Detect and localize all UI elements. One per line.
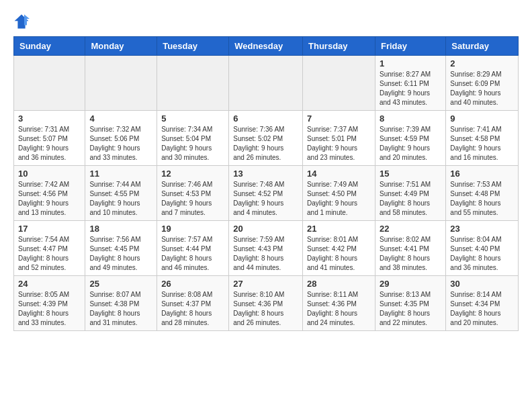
day-number: 6 [233,113,298,124]
day-number: 29 [380,279,441,289]
day-info: Sunrise: 7:54 AM Sunset: 4:47 PM Dayligh… [18,235,81,273]
calendar-cell: 2Sunrise: 8:29 AM Sunset: 6:09 PM Daylig… [446,56,519,111]
weekday-header-sunday: Sunday [14,37,85,56]
day-info: Sunrise: 7:57 AM Sunset: 4:44 PM Dayligh… [161,235,224,273]
calendar-cell: 11Sunrise: 7:44 AM Sunset: 4:55 PM Dayli… [85,166,157,221]
day-info: Sunrise: 8:02 AM Sunset: 4:41 PM Dayligh… [380,235,441,273]
calendar-cell: 22Sunrise: 8:02 AM Sunset: 4:41 PM Dayli… [375,221,445,276]
logo-icon [13,13,30,30]
calendar-cell: 21Sunrise: 8:01 AM Sunset: 4:42 PM Dayli… [303,221,375,276]
day-number: 13 [233,169,298,179]
logo [13,13,32,30]
calendar-cell: 25Sunrise: 8:07 AM Sunset: 4:38 PM Dayli… [85,276,157,331]
day-info: Sunrise: 8:27 AM Sunset: 6:11 PM Dayligh… [380,70,441,107]
day-number: 12 [161,169,224,179]
calendar-cell: 14Sunrise: 7:49 AM Sunset: 4:50 PM Dayli… [303,166,375,221]
day-info: Sunrise: 7:53 AM Sunset: 4:48 PM Dayligh… [450,180,514,218]
day-info: Sunrise: 8:05 AM Sunset: 4:39 PM Dayligh… [18,290,81,328]
calendar-cell: 28Sunrise: 8:11 AM Sunset: 4:36 PM Dayli… [303,276,375,331]
calendar-cell: 13Sunrise: 7:48 AM Sunset: 4:52 PM Dayli… [229,166,303,221]
day-info: Sunrise: 8:13 AM Sunset: 4:35 PM Dayligh… [380,290,441,328]
weekday-header-tuesday: Tuesday [157,37,229,56]
day-number: 4 [89,113,152,124]
calendar-cell: 7Sunrise: 7:37 AM Sunset: 5:01 PM Daylig… [303,111,375,166]
day-number: 30 [450,279,514,289]
day-number: 27 [233,279,298,289]
calendar-cell: 29Sunrise: 8:13 AM Sunset: 4:35 PM Dayli… [375,276,445,331]
day-number: 2 [450,58,514,68]
calendar-cell: 18Sunrise: 7:56 AM Sunset: 4:45 PM Dayli… [85,221,157,276]
calendar-cell [157,56,229,111]
calendar-cell: 19Sunrise: 7:57 AM Sunset: 4:44 PM Dayli… [157,221,229,276]
calendar-cell: 23Sunrise: 8:04 AM Sunset: 4:40 PM Dayli… [446,221,519,276]
calendar-cell: 17Sunrise: 7:54 AM Sunset: 4:47 PM Dayli… [14,221,85,276]
day-info: Sunrise: 7:46 AM Sunset: 4:53 PM Dayligh… [161,180,224,218]
calendar-cell: 15Sunrise: 7:51 AM Sunset: 4:49 PM Dayli… [375,166,445,221]
calendar-cell: 1Sunrise: 8:27 AM Sunset: 6:11 PM Daylig… [375,56,445,111]
calendar-cell [85,56,157,111]
calendar-cell: 24Sunrise: 8:05 AM Sunset: 4:39 PM Dayli… [14,276,85,331]
day-number: 21 [307,224,371,234]
day-number: 8 [380,113,441,124]
calendar-cell [303,56,375,111]
day-number: 16 [450,169,514,179]
day-number: 7 [307,113,371,124]
calendar-cell: 10Sunrise: 7:42 AM Sunset: 4:56 PM Dayli… [14,166,85,221]
day-info: Sunrise: 7:49 AM Sunset: 4:50 PM Dayligh… [307,180,371,218]
day-info: Sunrise: 8:08 AM Sunset: 4:37 PM Dayligh… [161,290,224,328]
day-number: 25 [89,279,152,289]
calendar-cell: 5Sunrise: 7:34 AM Sunset: 5:04 PM Daylig… [157,111,229,166]
calendar-cell: 9Sunrise: 7:41 AM Sunset: 4:58 PM Daylig… [446,111,519,166]
day-number: 23 [450,224,514,234]
day-info: Sunrise: 8:04 AM Sunset: 4:40 PM Dayligh… [450,235,514,273]
day-info: Sunrise: 7:59 AM Sunset: 4:43 PM Dayligh… [233,235,298,273]
day-number: 24 [18,279,81,289]
day-info: Sunrise: 8:01 AM Sunset: 4:42 PM Dayligh… [307,235,371,273]
calendar: SundayMondayTuesdayWednesdayThursdayFrid… [13,36,519,331]
calendar-cell: 12Sunrise: 7:46 AM Sunset: 4:53 PM Dayli… [157,166,229,221]
calendar-cell: 27Sunrise: 8:10 AM Sunset: 4:36 PM Dayli… [229,276,303,331]
weekday-header-monday: Monday [85,37,157,56]
day-number: 3 [18,113,81,124]
day-info: Sunrise: 7:39 AM Sunset: 4:59 PM Dayligh… [380,125,441,163]
calendar-cell: 6Sunrise: 7:36 AM Sunset: 5:02 PM Daylig… [229,111,303,166]
calendar-cell: 30Sunrise: 8:14 AM Sunset: 4:34 PM Dayli… [446,276,519,331]
day-info: Sunrise: 7:37 AM Sunset: 5:01 PM Dayligh… [307,125,371,163]
svg-marker-1 [24,15,30,26]
day-number: 14 [307,169,371,179]
day-info: Sunrise: 7:34 AM Sunset: 5:04 PM Dayligh… [161,125,224,163]
day-info: Sunrise: 8:10 AM Sunset: 4:36 PM Dayligh… [233,290,298,328]
day-info: Sunrise: 7:44 AM Sunset: 4:55 PM Dayligh… [89,180,152,218]
day-number: 9 [450,113,514,124]
day-info: Sunrise: 7:36 AM Sunset: 5:02 PM Dayligh… [233,125,298,163]
day-info: Sunrise: 7:56 AM Sunset: 4:45 PM Dayligh… [89,235,152,273]
day-number: 17 [18,224,81,234]
day-number: 15 [380,169,441,179]
day-number: 26 [161,279,224,289]
day-info: Sunrise: 7:42 AM Sunset: 4:56 PM Dayligh… [18,180,81,218]
calendar-cell: 20Sunrise: 7:59 AM Sunset: 4:43 PM Dayli… [229,221,303,276]
calendar-cell [229,56,303,111]
day-info: Sunrise: 8:07 AM Sunset: 4:38 PM Dayligh… [89,290,152,328]
calendar-cell: 3Sunrise: 7:31 AM Sunset: 5:07 PM Daylig… [14,111,85,166]
day-number: 20 [233,224,298,234]
weekday-header-wednesday: Wednesday [229,37,303,56]
day-info: Sunrise: 8:14 AM Sunset: 4:34 PM Dayligh… [450,290,514,328]
day-number: 22 [380,224,441,234]
day-info: Sunrise: 8:11 AM Sunset: 4:36 PM Dayligh… [307,290,371,328]
weekday-header-saturday: Saturday [446,37,519,56]
day-number: 18 [89,224,152,234]
day-info: Sunrise: 8:29 AM Sunset: 6:09 PM Dayligh… [450,70,514,107]
header [13,13,519,30]
calendar-cell: 8Sunrise: 7:39 AM Sunset: 4:59 PM Daylig… [375,111,445,166]
day-info: Sunrise: 7:51 AM Sunset: 4:49 PM Dayligh… [380,180,441,218]
day-number: 11 [89,169,152,179]
day-info: Sunrise: 7:48 AM Sunset: 4:52 PM Dayligh… [233,180,298,218]
calendar-cell: 4Sunrise: 7:32 AM Sunset: 5:06 PM Daylig… [85,111,157,166]
day-info: Sunrise: 7:32 AM Sunset: 5:06 PM Dayligh… [89,125,152,163]
calendar-cell [14,56,85,111]
day-number: 28 [307,279,371,289]
calendar-cell: 26Sunrise: 8:08 AM Sunset: 4:37 PM Dayli… [157,276,229,331]
day-number: 19 [161,224,224,234]
day-info: Sunrise: 7:41 AM Sunset: 4:58 PM Dayligh… [450,125,514,163]
